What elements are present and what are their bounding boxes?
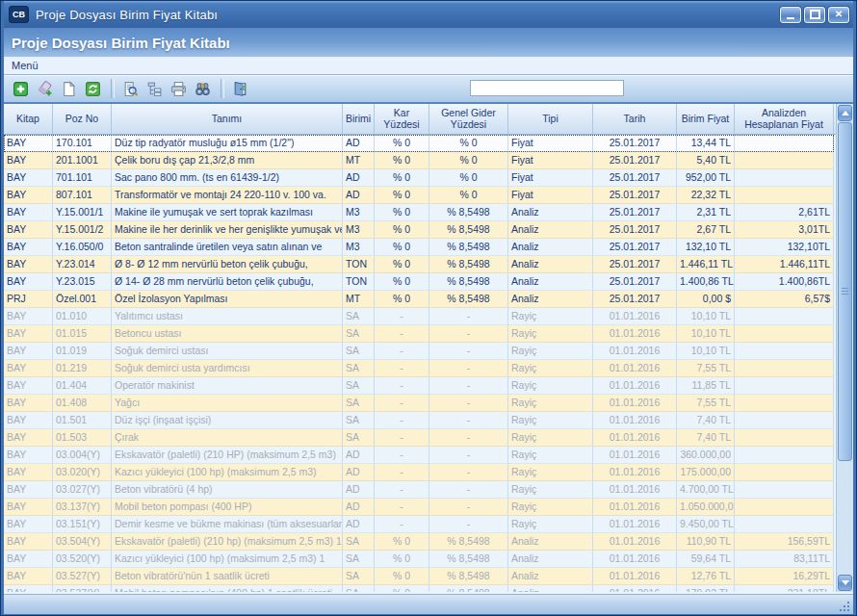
cell-bf[interactable]: 59,64 TL [677,551,735,568]
column-header-kar[interactable]: Kar Yüzdesi [375,104,429,134]
cell-tarih[interactable]: 01.01.2016 [593,377,677,395]
edit-add-button[interactable] [34,78,56,99]
cell-bf[interactable]: 360.000,00 [677,447,735,464]
cell-tipi[interactable]: Analiz [508,221,593,239]
cell-tipi[interactable]: Rayiç [508,429,593,447]
cell-ahf[interactable] [735,343,834,360]
cell-kar[interactable]: - [375,325,429,343]
table-row[interactable]: BAYY.23.014Ø 8- Ø 12 mm nervürlü beton ç… [4,256,834,273]
cell-tanim[interactable]: Beton vibratörü (4 hp) [112,481,343,499]
cell-poz[interactable]: 03.137(Y) [53,499,112,516]
cell-tanim[interactable]: Operatör makinist [112,377,343,395]
cell-gg[interactable]: % 8,5498 [429,291,508,308]
table-row[interactable]: BAYY.15.001/1Makine ile yumuşak ve sert … [4,204,834,221]
cell-kitap[interactable]: BAY [4,169,53,187]
cell-ahf[interactable] [735,447,834,464]
cell-tanim[interactable]: Ø 8- Ø 12 mm nervürlü beton çelik çubuğu… [112,256,343,273]
cell-kar[interactable]: - [375,499,429,516]
cell-tarih[interactable]: 25.01.2017 [593,152,677,169]
cell-tarih[interactable]: 01.01.2016 [593,585,677,592]
cell-ahf[interactable] [735,464,834,481]
cell-poz[interactable]: Y.23.015 [53,273,112,291]
cell-tipi[interactable]: Fiyat [508,152,593,169]
add-button[interactable] [10,78,32,99]
cell-tanim[interactable]: Soğuk demirci ustası [112,343,343,360]
cell-tarih[interactable]: 01.01.2016 [593,499,677,516]
cell-poz[interactable]: 03.527(Y) [53,568,112,585]
table-row[interactable]: BAY201.1001Çelik boru dış çap 21,3/2,8 m… [4,152,834,169]
cell-poz[interactable]: 03.537(Y) [53,585,112,592]
cell-kitap[interactable]: BAY [4,551,53,568]
cell-birim[interactable]: SA [343,325,375,343]
cell-tipi[interactable]: Rayiç [508,412,593,429]
cell-kitap[interactable]: BAY [4,152,53,169]
cell-tanim[interactable]: Mobil beton pompası (400 HP) [112,499,343,516]
cell-tanim[interactable]: Düz tip radyatör musluğu ø15 mm (1/2") [112,135,343,152]
tree-view-button[interactable] [143,78,166,99]
cell-tarih[interactable]: 01.01.2016 [593,533,677,551]
cell-birim[interactable]: AD [343,481,375,499]
cell-tarih[interactable]: 25.01.2017 [593,239,677,256]
cell-poz[interactable]: 01.010 [53,308,112,325]
cell-birim[interactable]: SA [343,377,375,395]
cell-kitap[interactable]: BAY [4,516,53,533]
cell-ahf[interactable] [735,499,834,516]
scrollbar-thumb[interactable] [838,122,852,461]
cell-birim[interactable]: TON [343,256,375,273]
cell-kitap[interactable]: BAY [4,464,53,481]
cell-tarih[interactable]: 25.01.2017 [593,256,677,273]
cell-gg[interactable]: - [429,377,508,395]
cell-ahf[interactable]: 1.400,86TL [735,273,834,291]
cell-kitap[interactable]: BAY [4,377,53,395]
cell-gg[interactable]: % 8,5498 [429,239,508,256]
cell-tarih[interactable]: 01.01.2016 [593,464,677,481]
cell-tipi[interactable]: Rayiç [508,464,593,481]
cell-gg[interactable]: % 0 [429,169,508,187]
cell-ahf[interactable] [735,516,834,533]
cell-birim[interactable]: M3 [343,204,375,221]
cell-poz[interactable]: 701.101 [53,169,112,187]
cell-poz[interactable]: 03.004(Y) [53,447,112,464]
cell-kitap[interactable]: PRJ [4,291,53,308]
cell-tanim[interactable]: Betoncu ustası [112,325,343,343]
cell-tipi[interactable]: Analiz [508,533,593,551]
column-header-tipi[interactable]: Tipi [508,104,593,134]
cell-kitap[interactable]: BAY [4,499,53,516]
cell-kitap[interactable]: BAY [4,360,53,377]
table-row[interactable]: BAY03.020(Y)Kazıcı yükleyici (100 hp) (m… [4,464,834,481]
cell-poz[interactable]: 01.219 [53,360,112,377]
cell-tarih[interactable]: 01.01.2016 [593,551,677,568]
cell-bf[interactable]: 1.400,86 TL [677,273,735,291]
cell-kitap[interactable]: BAY [4,204,53,221]
cell-kar[interactable]: % 0 [375,221,429,239]
cell-tarih[interactable]: 25.01.2017 [593,169,677,187]
cell-tanim[interactable]: Özel İzolasyon Yapılması [112,291,343,308]
cell-tanim[interactable]: Beton vibratörü'nün 1 saatlik ücreti [112,568,343,585]
cell-tanim[interactable]: Mobil beton pompası'nın (400 hp) 1 saatl… [112,585,343,592]
cell-tipi[interactable]: Analiz [508,273,593,291]
cell-kar[interactable]: % 0 [375,135,429,152]
cell-kar[interactable]: - [375,412,429,429]
cell-tipi[interactable]: Analiz [508,585,593,592]
cell-kar[interactable]: - [375,516,429,533]
cell-poz[interactable]: 01.503 [53,429,112,447]
cell-tarih[interactable]: 01.01.2016 [593,412,677,429]
cell-bf[interactable]: 10,10 TL [677,343,735,360]
preview-button[interactable] [119,78,142,99]
cell-ahf[interactable] [735,377,834,395]
menu-item-menu[interactable]: Menü [4,60,46,71]
cell-tanim[interactable]: Demir kesme ve bükme makinası (tüm akses… [112,516,343,533]
cell-tarih[interactable]: 01.01.2016 [593,360,677,377]
cell-kar[interactable]: % 0 [375,291,429,308]
cell-bf[interactable]: 179,92 TL [677,585,735,592]
minimize-button[interactable] [780,7,801,23]
table-row[interactable]: BAY03.537(Y)Mobil beton pompası'nın (400… [4,585,834,592]
table-row[interactable]: BAY01.404Operatör makinistSA--Rayiç01.01… [4,377,834,395]
cell-kitap[interactable]: BAY [4,429,53,447]
cell-kar[interactable]: % 0 [375,187,429,204]
cell-ahf[interactable] [735,429,834,447]
cell-poz[interactable]: 03.020(Y) [53,464,112,481]
cell-poz[interactable]: 01.501 [53,412,112,429]
cell-ahf[interactable] [735,152,834,169]
cell-kar[interactable]: - [375,481,429,499]
